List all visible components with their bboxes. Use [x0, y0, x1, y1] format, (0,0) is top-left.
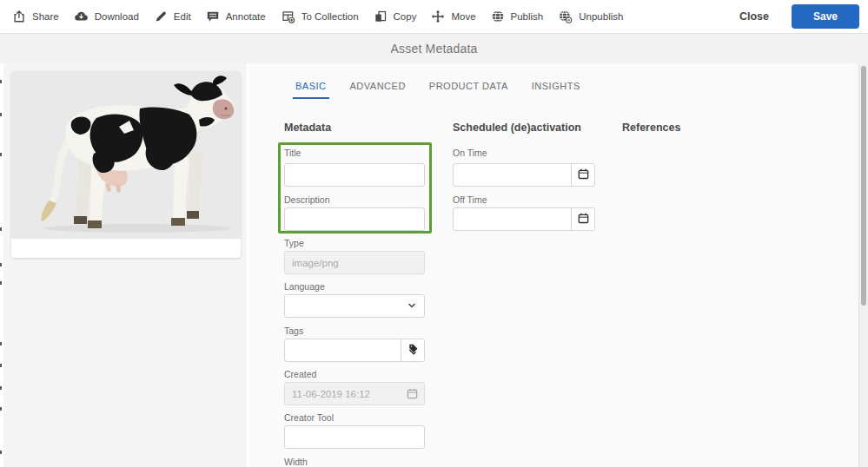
on-time-field-group — [453, 163, 595, 187]
top-toolbar: Share Download Edit Annotate To Collecti… — [0, 0, 868, 34]
to-collection-label: To Collection — [301, 11, 359, 22]
asset-preview-card — [11, 71, 241, 258]
language-label: Language — [284, 281, 325, 292]
description-input[interactable] — [284, 207, 425, 231]
tag-picker-button[interactable] — [401, 339, 424, 361]
unpublish-icon — [558, 10, 573, 23]
share-icon — [12, 10, 26, 23]
download-icon — [74, 10, 89, 23]
copy-button[interactable]: Copy — [374, 10, 417, 23]
publish-label: Publish — [511, 11, 544, 22]
unpublish-label: Unpublish — [579, 11, 623, 22]
move-label: Move — [451, 11, 475, 22]
created-label: Created — [284, 369, 316, 379]
scrollbar-thumb[interactable] — [861, 66, 866, 306]
type-input — [284, 251, 425, 274]
off-time-input[interactable] — [454, 208, 571, 230]
tags-input[interactable] — [285, 339, 401, 361]
calendar-icon-disabled — [401, 383, 424, 405]
off-time-calendar-button[interactable] — [571, 208, 594, 230]
metadata-form-panel: BASIC ADVANCED PRODUCT DATA INSIGHTS Met… — [252, 63, 858, 467]
language-select[interactable] — [284, 294, 425, 318]
toolbar-right: Close Save — [739, 4, 859, 29]
tab-product-data[interactable]: PRODUCT DATA — [427, 81, 511, 99]
edit-label: Edit — [174, 11, 191, 22]
copy-icon — [374, 10, 388, 23]
tag-icon — [407, 343, 420, 358]
off-time-label: Off Time — [453, 194, 487, 205]
close-button[interactable]: Close — [739, 10, 769, 23]
creator-tool-input[interactable] — [284, 425, 425, 449]
chevron-down-icon — [407, 299, 417, 314]
unpublish-button[interactable]: Unpublish — [558, 10, 623, 23]
to-collection-icon — [281, 10, 295, 23]
references-section-heading: References — [622, 122, 680, 134]
created-field-group — [284, 382, 425, 405]
share-label: Share — [32, 11, 59, 22]
share-button[interactable]: Share — [12, 10, 59, 23]
on-time-label: On Time — [453, 148, 487, 158]
created-input — [285, 383, 401, 405]
toolbar-actions: Share Download Edit Annotate To Collecti… — [12, 10, 739, 23]
download-label: Download — [95, 11, 139, 22]
title-input[interactable] — [284, 163, 425, 187]
calendar-icon — [577, 212, 590, 227]
creator-tool-label: Creator Tool — [284, 412, 334, 423]
edit-button[interactable]: Edit — [154, 10, 191, 23]
tab-bar: BASIC ADVANCED PRODUCT DATA INSIGHTS — [293, 81, 583, 99]
edit-icon — [154, 10, 168, 23]
tags-field-group — [284, 339, 425, 362]
publish-button[interactable]: Publish — [491, 10, 544, 23]
to-collection-button[interactable]: To Collection — [281, 10, 359, 23]
annotate-icon — [206, 10, 220, 23]
publish-icon — [491, 10, 505, 23]
scheduled-section-heading: Scheduled (de)activation — [453, 122, 581, 134]
on-time-input[interactable] — [454, 164, 571, 186]
metadata-section-heading: Metadata — [284, 122, 331, 134]
tags-label: Tags — [284, 326, 303, 336]
calendar-icon — [577, 168, 590, 183]
move-icon — [431, 10, 445, 23]
cow-photo — [11, 71, 241, 239]
vertical-scrollbar[interactable] — [858, 63, 868, 467]
tab-insights[interactable]: INSIGHTS — [529, 81, 583, 99]
tab-advanced[interactable]: ADVANCED — [348, 81, 408, 99]
type-label: Type — [284, 238, 304, 248]
move-button[interactable]: Move — [431, 10, 475, 23]
page-title: Asset Metadata — [390, 42, 477, 56]
width-label: Width — [284, 457, 308, 467]
save-button[interactable]: Save — [792, 4, 859, 29]
left-edge-rail — [0, 63, 3, 467]
copy-label: Copy — [394, 11, 417, 22]
on-time-calendar-button[interactable] — [571, 164, 594, 186]
tab-basic[interactable]: BASIC — [293, 81, 329, 99]
download-button[interactable]: Download — [74, 10, 139, 23]
annotate-label: Annotate — [226, 11, 266, 22]
description-label: Description — [284, 194, 330, 205]
off-time-field-group — [453, 207, 595, 231]
title-label: Title — [284, 148, 301, 158]
content-area: BASIC ADVANCED PRODUCT DATA INSIGHTS Met… — [0, 63, 868, 467]
preview-panel — [0, 63, 249, 467]
dialog-titlebar: Asset Metadata — [0, 34, 868, 63]
annotate-button[interactable]: Annotate — [206, 10, 266, 23]
